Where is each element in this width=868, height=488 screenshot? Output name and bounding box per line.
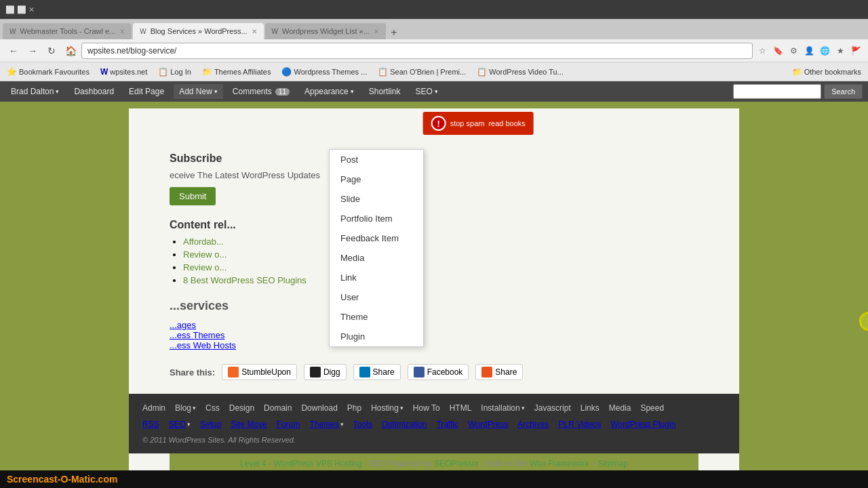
level4-link[interactable]: Level 4 - WordPress VPS Hosting: [240, 459, 362, 468]
tab-webmaster-close[interactable]: ✕: [119, 28, 125, 35]
addthis-label: Share: [495, 367, 517, 377]
dropdown-item-plugin[interactable]: Plugin: [330, 327, 423, 346]
seopressor-link[interactable]: SEOPressor: [434, 459, 479, 468]
stumbleupon-button[interactable]: StumbleUpon: [222, 364, 297, 380]
footer-link-blog[interactable]: Blog: [175, 403, 191, 413]
content-link-1[interactable]: Affordab...: [183, 237, 224, 247]
footer-link-php[interactable]: Php: [347, 403, 361, 413]
content-link-4[interactable]: 8 Best WordPress SEO Plugins: [183, 275, 307, 285]
dropdown-item-feedback[interactable]: Feedback Item: [330, 228, 423, 248]
admin-appearance[interactable]: Appearance ▾: [299, 84, 359, 99]
bookmark-icon[interactable]: 🔖: [771, 44, 785, 58]
footer-link-wordpress[interactable]: WordPress: [468, 420, 508, 429]
bookmark-wpsites[interactable]: W wpsites.net: [98, 66, 150, 78]
content-link-2[interactable]: Review o...: [183, 249, 226, 260]
footer-link-forum[interactable]: Forum: [277, 420, 300, 429]
seo-footer-dropdown-icon: ▾: [187, 421, 191, 428]
admin-comments[interactable]: Comments 11: [227, 84, 295, 99]
admin-dashboard[interactable]: Dashboard: [68, 84, 119, 99]
footer-link-themes[interactable]: Themes: [309, 420, 338, 429]
admin-search-input[interactable]: [733, 84, 821, 99]
facebook-button[interactable]: Facebook: [408, 364, 469, 380]
footer-link-wp-plugin[interactable]: WordPress Plugin: [610, 420, 675, 429]
settings-icon[interactable]: ⚙: [787, 44, 800, 58]
dropdown-item-link[interactable]: Link: [330, 268, 423, 287]
footer-link-seo[interactable]: SEO: [169, 420, 186, 429]
dropdown-item-page[interactable]: Page: [330, 169, 423, 189]
footer-link-tools[interactable]: Tools: [353, 420, 372, 429]
woo-framework-link[interactable]: Woo Framework: [530, 459, 589, 468]
admin-edit-page[interactable]: Edit Page: [123, 84, 170, 99]
tab-webmaster[interactable]: W Webmaster Tools - Crawl e... ✕: [3, 23, 132, 39]
service-link-3[interactable]: ...ess Web Hosts: [170, 340, 236, 350]
footer-link-plr-videos[interactable]: PLR Videos: [558, 420, 601, 429]
tab-blog-services-close[interactable]: ✕: [252, 28, 257, 35]
content-link-3[interactable]: Review o...: [183, 262, 226, 272]
dropdown-item-slide[interactable]: Slide: [330, 189, 423, 209]
bookmark-login[interactable]: 📋 Log In: [155, 66, 194, 78]
footer-link-design[interactable]: Design: [229, 403, 254, 413]
home-button[interactable]: 🏠: [62, 43, 79, 59]
footer-link-setup[interactable]: Setup: [200, 420, 221, 429]
service-link-1[interactable]: ...ages: [170, 320, 196, 330]
footer-link-speed[interactable]: Speed: [640, 403, 664, 413]
footer-link-links[interactable]: Links: [580, 403, 599, 413]
footer-link-admin[interactable]: Admin: [142, 403, 165, 413]
bookmark-wp-video[interactable]: 📋 WordPress Video Tu...: [474, 66, 566, 78]
footer-link-javascript[interactable]: Javascript: [534, 403, 571, 413]
flag-icon[interactable]: 🚩: [849, 44, 863, 58]
bookmark-favourites[interactable]: ⭐ Bookmark Favourites: [4, 66, 92, 78]
tab-widget-list-close[interactable]: ✕: [374, 28, 379, 35]
share-label: Share this:: [170, 367, 215, 378]
submit-button[interactable]: Submit: [170, 187, 216, 205]
forward-button[interactable]: →: [24, 43, 41, 59]
books-text: read books: [488, 119, 525, 127]
footer-link-traffic[interactable]: Traffic: [437, 420, 459, 429]
bookmark-star-icon[interactable]: ☆: [755, 44, 769, 58]
dropdown-item-post[interactable]: Post: [330, 150, 423, 169]
linkedin-button[interactable]: Share: [353, 364, 401, 380]
bookmark-other[interactable]: 📁 Other bookmarks: [789, 66, 864, 78]
footer-link-installation[interactable]: Installation: [481, 403, 519, 413]
dropdown-item-media[interactable]: Media: [330, 248, 423, 268]
user-icon[interactable]: 👤: [802, 44, 816, 58]
bookmark-other-label: Other bookmarks: [804, 68, 861, 76]
window-controls[interactable]: ⬜ ⬜ ✕: [5, 5, 35, 14]
footer-link-domain[interactable]: Domain: [264, 403, 292, 413]
admin-search-button[interactable]: Search: [824, 84, 863, 99]
bookmark-sean[interactable]: 📋 Sean O'Brien | Premi...: [375, 66, 469, 78]
bookmark-themes-affiliates[interactable]: 📁 Themes Affiliates: [199, 66, 274, 78]
footer-link-archives[interactable]: Archives: [517, 420, 549, 429]
footer-link-howto[interactable]: How To: [413, 403, 440, 413]
footer-link-sitemove[interactable]: Site Move: [231, 420, 267, 429]
digg-button[interactable]: Digg: [304, 364, 347, 380]
dropdown-item-portfolio[interactable]: Portfolio Item: [330, 209, 423, 228]
new-tab-button[interactable]: +: [387, 26, 401, 39]
footer-link-hosting[interactable]: Hosting: [371, 403, 399, 413]
footer-link-html[interactable]: HTML: [450, 403, 472, 413]
service-link-2[interactable]: ...ess Themes: [170, 330, 224, 340]
tab-widget-list[interactable]: W Wordpress Widget List »... ✕: [265, 23, 386, 39]
subscribe-title: Subscribe: [170, 152, 698, 165]
footer-link-optimization[interactable]: Optimization: [382, 420, 427, 429]
footer-link-css[interactable]: Css: [205, 403, 220, 413]
url-bar[interactable]: wpsites.net/blog-service/: [81, 43, 753, 59]
admin-seo[interactable]: SEO ▾: [410, 84, 443, 99]
sitemap-link[interactable]: Sitemap: [598, 459, 628, 468]
star-icon[interactable]: ★: [833, 44, 847, 58]
translate-icon[interactable]: 🌐: [818, 44, 831, 58]
dropdown-item-user[interactable]: User: [330, 287, 423, 307]
admin-add-new[interactable]: Add New ▾: [174, 84, 223, 99]
reload-button[interactable]: ↻: [43, 43, 60, 59]
admin-user-menu[interactable]: Brad Dalton ▾: [5, 84, 64, 99]
footer-link-media[interactable]: Media: [609, 403, 631, 413]
dropdown-item-theme[interactable]: Theme: [330, 307, 423, 327]
addthis-button[interactable]: Share: [475, 364, 523, 380]
footer-link-download[interactable]: Download: [301, 403, 337, 413]
admin-shortlink[interactable]: Shortlink: [363, 84, 406, 99]
wp-themes-icon: 🔵: [281, 67, 292, 77]
tab-blog-services[interactable]: W Blog Services » WordPress... ✕: [133, 23, 263, 39]
footer-link-rss[interactable]: RSS: [142, 420, 159, 429]
back-button[interactable]: ←: [5, 43, 22, 59]
bookmark-wp-themes[interactable]: 🔵 Wordpress Themes ...: [279, 66, 370, 78]
